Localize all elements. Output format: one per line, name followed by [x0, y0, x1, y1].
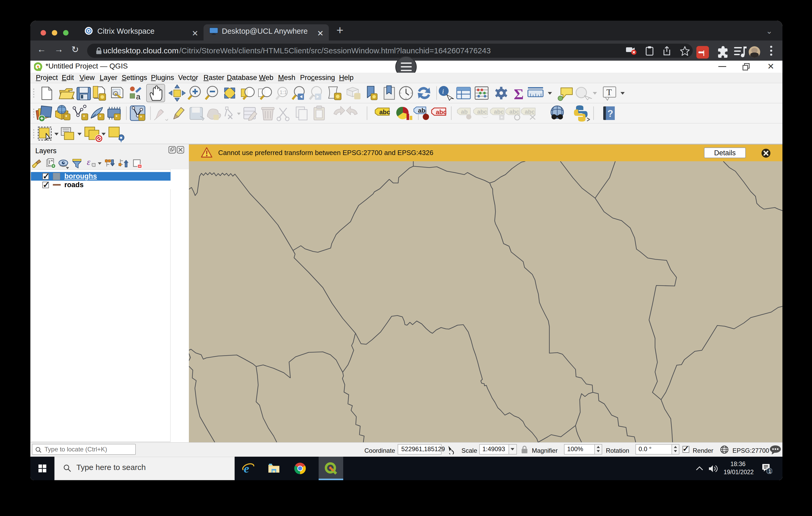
svg-text:*: *: [65, 114, 67, 120]
svg-text:1: 1: [768, 468, 771, 474]
svg-text:a: a: [136, 92, 141, 101]
svg-text:*: *: [140, 114, 142, 121]
svg-text:*: *: [115, 114, 118, 120]
svg-text:ab: ab: [461, 109, 468, 115]
svg-text:ab: ab: [418, 107, 425, 114]
svg-text:*: *: [99, 114, 102, 120]
svg-text:abc: abc: [525, 109, 535, 115]
svg-text:abc: abc: [477, 109, 487, 115]
svg-text:?: ?: [607, 108, 613, 119]
svg-text:ε: ε: [87, 158, 90, 167]
svg-text:T: T: [606, 87, 612, 97]
svg-text:abc: abc: [509, 109, 519, 115]
svg-text:1:1: 1:1: [280, 89, 287, 95]
svg-text:Σ: Σ: [514, 86, 524, 103]
svg-text:i: i: [442, 88, 444, 95]
svg-text:abc: abc: [436, 109, 446, 116]
svg-text:abc: abc: [494, 109, 504, 115]
svg-text:abc: abc: [379, 109, 390, 116]
svg-text:*: *: [83, 114, 85, 120]
